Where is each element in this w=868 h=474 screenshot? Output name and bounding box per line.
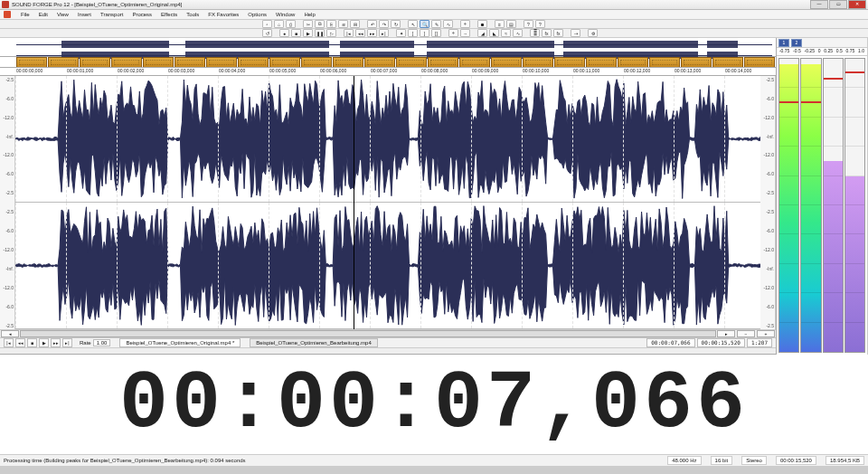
tool-reg-in[interactable]: [ — [408, 29, 418, 37]
tool-redo[interactable]: ↷ — [379, 20, 389, 28]
menu-fxfavorites[interactable]: FX Favorites — [206, 12, 241, 17]
tool-reg[interactable]: [] — [431, 29, 441, 37]
document-tab-active[interactable]: Beispiel_OTuene_Optimieren_Original.mp4 … — [119, 338, 241, 347]
secondary-scrollbar[interactable] — [0, 348, 776, 355]
horizontal-scrollbar[interactable]: ◂ ▸ − + — [0, 329, 776, 338]
menu-window[interactable]: Window — [274, 12, 297, 17]
tool-mix[interactable]: ≋ — [338, 20, 348, 28]
tool-trim[interactable]: ⊟ — [350, 20, 360, 28]
tool-ffwd-end[interactable]: ▸| — [379, 29, 389, 37]
video-thumbnails[interactable] — [0, 57, 776, 68]
ffwd-button[interactable]: ▸▸ — [51, 338, 61, 347]
video-thumb[interactable] — [396, 57, 427, 67]
waveform-display[interactable] — [15, 76, 760, 329]
menu-process[interactable]: Process — [130, 12, 154, 17]
minimize-button[interactable]: — — [810, 0, 828, 9]
video-thumb[interactable] — [206, 57, 237, 67]
video-thumb[interactable] — [364, 57, 395, 67]
tool-play[interactable]: ▶ — [303, 29, 313, 37]
tool-rec[interactable]: ● — [279, 29, 289, 37]
tool-normalize[interactable]: ≈ — [501, 29, 511, 37]
tool-stop[interactable]: ■ — [291, 29, 301, 37]
waveform-channel-left[interactable] — [15, 76, 760, 203]
tool-env[interactable]: ∿ — [513, 29, 523, 37]
tool-loop[interactable]: ↺ — [262, 29, 272, 37]
tool-open[interactable]: ⌂ — [274, 20, 284, 28]
menu-edit[interactable]: Edit — [37, 12, 50, 17]
video-thumb[interactable] — [459, 57, 490, 67]
tool-mark[interactable]: ✦ — [396, 29, 406, 37]
video-thumb[interactable] — [554, 57, 585, 67]
menu-view[interactable]: View — [55, 12, 71, 17]
stop-button[interactable]: ■ — [27, 338, 37, 347]
goto-start-button[interactable]: |◂ — [4, 338, 14, 347]
tool-rew-start[interactable]: |◂ — [344, 29, 354, 37]
video-thumb[interactable] — [333, 57, 363, 67]
tool-fx1[interactable]: fx — [542, 29, 552, 37]
video-thumb[interactable] — [48, 57, 79, 67]
tool-fade-out[interactable]: ◣ — [489, 29, 499, 37]
video-thumb[interactable] — [491, 57, 522, 67]
tool-pen[interactable]: ✎ — [431, 20, 441, 28]
tool-stats[interactable]: ≡ — [495, 20, 505, 28]
video-thumb[interactable] — [681, 57, 712, 67]
video-thumb[interactable] — [143, 57, 174, 67]
tool-cut[interactable]: ✂ — [303, 20, 313, 28]
video-thumb[interactable] — [523, 57, 553, 67]
menu-effects[interactable]: Effects — [159, 12, 179, 17]
goto-end-button[interactable]: ▸| — [62, 338, 72, 347]
zoom-out-button[interactable]: − — [737, 330, 755, 337]
waveform-channel-right[interactable] — [15, 203, 760, 329]
tool-eq[interactable]: ≣ — [530, 29, 540, 37]
tool-fade-in[interactable]: ◢ — [477, 29, 487, 37]
tool-new[interactable]: ▫ — [262, 20, 272, 28]
scroll-right-button[interactable]: ▸ — [717, 330, 735, 337]
close-button[interactable]: ✕ — [848, 0, 866, 9]
rate-value[interactable]: 1.00 — [93, 339, 111, 346]
zoom-in-button[interactable]: + — [757, 330, 775, 337]
menu-help[interactable]: Help — [302, 12, 316, 17]
video-thumb[interactable] — [618, 57, 648, 67]
video-thumb[interactable] — [586, 57, 617, 67]
rewind-button[interactable]: ◂◂ — [15, 338, 25, 347]
play-button[interactable]: ▶ — [39, 338, 49, 347]
maximize-button[interactable]: ▭ — [829, 0, 847, 9]
tool-locate[interactable]: ⌖ — [448, 29, 458, 37]
menu-options[interactable]: Options — [246, 12, 269, 17]
tool-paste[interactable]: ⎘ — [326, 20, 336, 28]
tool-pause[interactable]: ❚❚ — [315, 29, 325, 37]
tool-opt[interactable]: ⚙ — [588, 29, 598, 37]
tool-reg-out[interactable]: ] — [420, 29, 429, 37]
tool-undo[interactable]: ↶ — [367, 20, 377, 28]
video-thumb[interactable] — [111, 57, 142, 67]
video-thumb[interactable] — [80, 57, 110, 67]
playback-cursor[interactable] — [354, 76, 354, 329]
video-thumb[interactable] — [16, 57, 47, 67]
video-thumb[interactable] — [428, 57, 458, 67]
tool-copy[interactable]: ⧉ — [315, 20, 325, 28]
tool-play-sel[interactable]: ▷ — [326, 29, 336, 37]
tool-spec[interactable]: ▤ — [506, 20, 516, 28]
video-thumb[interactable] — [238, 57, 269, 67]
tool-goto[interactable]: → — [460, 29, 470, 37]
menu-transport[interactable]: Transport — [99, 12, 125, 17]
meter-channel-chip-2[interactable]: 2 — [791, 39, 802, 47]
tool-scrub[interactable]: ⇢ — [571, 29, 580, 37]
tool-ffwd[interactable]: ▸▸ — [367, 29, 377, 37]
tool-rew[interactable]: ◂◂ — [355, 29, 365, 37]
menu-insert[interactable]: Insert — [76, 12, 93, 17]
video-thumb[interactable] — [269, 57, 300, 67]
scroll-track[interactable] — [20, 330, 716, 337]
tool-mag[interactable]: 🔍 — [420, 20, 429, 28]
meter-channel-chip-1[interactable]: 1 — [778, 39, 789, 47]
time-ruler[interactable]: 00:00:00,00000:00:01,00000:00:02,00000:0… — [0, 68, 776, 76]
tool-repeat[interactable]: ↻ — [391, 20, 401, 28]
tool-fx2[interactable]: fx — [553, 29, 563, 37]
document-tab-inactive[interactable]: Beispiel_OTuene_Optimieren_Bearbeitung.m… — [250, 338, 378, 347]
overview-panel[interactable] — [0, 38, 776, 57]
video-thumb[interactable] — [712, 57, 743, 67]
tool-ptr[interactable]: ↖ — [408, 20, 418, 28]
video-thumb[interactable] — [744, 57, 775, 67]
tool-help[interactable]: ? — [524, 20, 533, 28]
tool-save[interactable]: ⎙ — [286, 20, 296, 28]
